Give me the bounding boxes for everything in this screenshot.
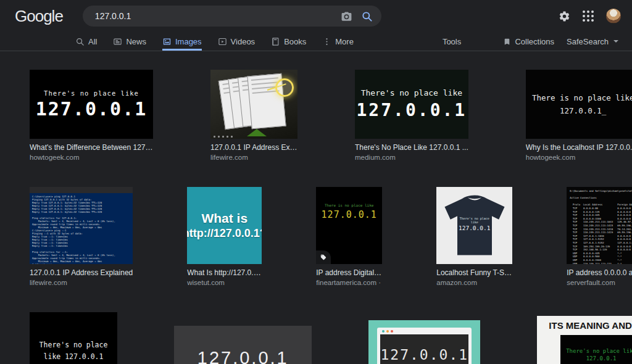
result-card: C:\Users\user> ping 127.0.0.1 Pinging 12… [30, 187, 133, 287]
magnifier-icon [75, 37, 85, 46]
terminal-graphic: There's no place like 127.0.0.1 [560, 335, 632, 364]
result-source[interactable]: lifewire.com [210, 153, 297, 163]
result-card: There's no place like 127.0.0.1 Localhos… [436, 187, 512, 287]
result-card: 127.0.0.1 IP Address Explained lifewire.… [210, 70, 297, 162]
images-icon [162, 37, 172, 46]
product-tag-icon [316, 250, 331, 264]
result-card: There's no place like 127.0.0.1 127.0.0.… [30, 312, 117, 364]
result-card: There is no place like 127.0.0.1 IP addr… [316, 187, 382, 287]
tab-images[interactable]: Images [162, 32, 202, 51]
profile-avatar[interactable] [606, 9, 621, 23]
settings-gear-icon[interactable] [559, 10, 570, 22]
result-thumbnail[interactable]: 127.0.0.1 [174, 326, 312, 364]
result-source[interactable]: wisetut.com [187, 278, 262, 288]
books-icon [271, 37, 280, 46]
search-box[interactable] [83, 6, 381, 27]
result-card: D:\Documents and Settings\michaely>netst… [567, 187, 632, 287]
result-thumbnail[interactable]: There's no place like 127.0.0.1 [355, 70, 468, 139]
result-card: What is http://127.0.0.1? What Is http:/… [187, 187, 262, 287]
result-title[interactable]: Localhost Funny T-Shirt ... [436, 268, 512, 278]
result-source[interactable]: serverfault.com [567, 278, 632, 288]
result-thumbnail[interactable]: 127.0.0.1 localhost [368, 320, 480, 364]
more-dots-icon [322, 37, 331, 46]
result-title[interactable]: Why Is the Localhost IP 127.0.0.1? [526, 143, 632, 153]
browser-titlebar [380, 328, 468, 334]
desktop-hill [247, 129, 267, 136]
result-card: There's no place like 127.0.0.1 What's t… [30, 70, 153, 162]
tab-news[interactable]: News [113, 32, 146, 51]
netstat-output: D:\Documents and Settings\michaely>netst… [570, 189, 632, 264]
result-thumbnail[interactable]: There's no place like 127.0.0.1 [30, 70, 153, 139]
search-header: Google [0, 0, 632, 32]
result-card: There is no place like 127.0.0.1_ Why Is… [526, 70, 632, 162]
videos-icon [218, 37, 227, 46]
news-icon [113, 37, 122, 46]
result-thumbnail[interactable]: There is no place like 127.0.0.1 [316, 187, 382, 264]
result-thumbnail[interactable]: There is no place like 127.0.0.1_ [526, 70, 632, 139]
cmd-titlebar [30, 187, 133, 193]
search-input[interactable] [94, 10, 332, 22]
google-apps-grid-icon[interactable] [583, 10, 594, 22]
result-card: There's no place like 127.0.0.1 There's … [355, 70, 468, 162]
result-source[interactable]: medium.com [355, 153, 468, 163]
result-title[interactable]: IP address 0.0.0.0 and 127.0.0.1 ... [567, 268, 632, 278]
result-title[interactable]: There's No Place Like 127.0.0.1 ... [355, 143, 468, 153]
result-card: 127.0.0.1 What is Localhost or 127.0.0.1… [174, 312, 312, 364]
tools-button[interactable]: Tools [443, 37, 461, 46]
google-logo[interactable]: Google [15, 7, 63, 26]
cmd-output: C:\Users\user> ping 127.0.0.1 Pinging 12… [30, 193, 133, 264]
result-source[interactable]: fineartamerica.com · In st... [316, 278, 382, 288]
bookmark-icon [503, 38, 511, 46]
image-results-grid: There's no place like 127.0.0.1 What's t… [0, 51, 632, 364]
result-card: 127.0.0.1 localhost 127.0.0.1 ... makete… [368, 312, 480, 364]
search-button[interactable] [361, 10, 373, 22]
header-actions [559, 9, 632, 23]
chevron-down-icon [613, 40, 618, 43]
tab-all[interactable]: All [75, 32, 97, 51]
tab-more[interactable]: More [322, 32, 354, 51]
highlight-circle [275, 78, 294, 97]
collections-button[interactable]: Collections [503, 37, 554, 46]
result-source[interactable]: lifewire.com [30, 278, 133, 288]
result-source[interactable]: howtogeek.com [526, 153, 632, 163]
tab-videos[interactable]: Videos [218, 32, 256, 51]
result-title[interactable]: IP address Digital Art b... [316, 268, 382, 278]
result-thumbnail[interactable]: What is http://127.0.0.1? [187, 187, 262, 264]
result-thumbnail[interactable]: There's no place like 127.0.0.1 [30, 312, 117, 364]
result-thumbnail[interactable]: ITS MEANING AND USE There's no place lik… [537, 316, 632, 364]
result-thumbnail[interactable]: D:\Documents and Settings\michaely>netst… [567, 187, 632, 264]
result-card: ITS MEANING AND USE There's no place lik… [537, 312, 632, 364]
safesearch-button[interactable]: SafeSearch [567, 37, 618, 46]
result-thumbnail[interactable] [210, 70, 297, 139]
taskbar-icons [214, 136, 233, 138]
result-title[interactable]: What's the Difference Between 127.0.0.0 … [30, 143, 153, 153]
result-type-tabs: All News Images Videos Books More Tools … [0, 32, 632, 51]
result-source[interactable]: amazon.com [436, 278, 512, 288]
result-thumbnail[interactable]: There's no place like 127.0.0.1 [436, 187, 512, 264]
result-title[interactable]: What Is http://127.0.0.1? – ... [187, 268, 262, 278]
video-title-text: ITS MEANING AND USE [549, 320, 632, 331]
browser-window-graphic: 127.0.0.1 localhost [377, 328, 472, 364]
result-source[interactable]: howtogeek.com [30, 153, 153, 163]
result-title[interactable]: 127.0.0.1 IP Address Explained [210, 143, 297, 153]
result-title[interactable]: 127.0.0.1 IP Address Explained [30, 268, 133, 278]
camera-search-icon[interactable] [341, 10, 352, 22]
tab-books[interactable]: Books [271, 32, 306, 51]
result-thumbnail[interactable]: C:\Users\user> ping 127.0.0.1 Pinging 12… [30, 187, 133, 264]
